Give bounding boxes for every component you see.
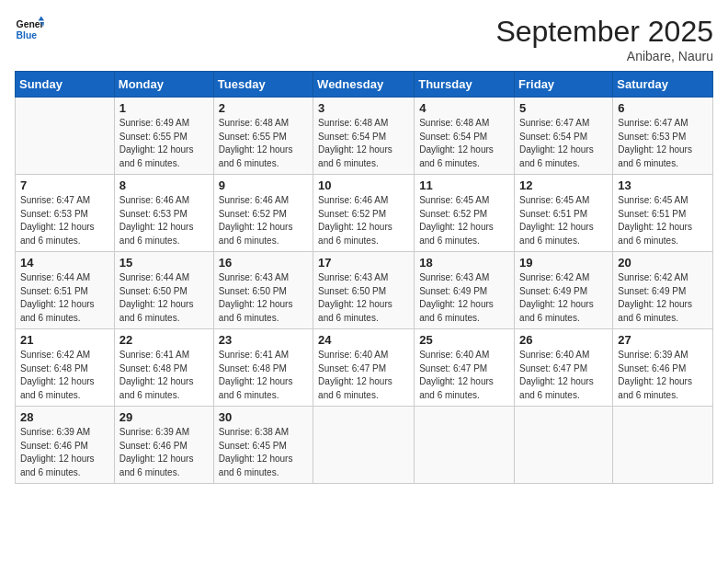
calendar-cell: 25Sunrise: 6:40 AM Sunset: 6:47 PM Dayli… [415, 329, 515, 407]
cell-info: Sunrise: 6:41 AM Sunset: 6:48 PM Dayligh… [219, 349, 308, 402]
day-number: 22 [119, 333, 209, 347]
day-number: 7 [20, 178, 109, 192]
cell-info: Sunrise: 6:47 AM Sunset: 6:53 PM Dayligh… [20, 194, 109, 247]
month-title: September 2025 [495, 15, 713, 49]
svg-marker-2 [39, 17, 44, 21]
day-number: 21 [20, 333, 109, 347]
day-number: 24 [318, 333, 409, 347]
col-header-saturday: Saturday [613, 72, 713, 98]
calendar-cell: 1Sunrise: 6:49 AM Sunset: 6:55 PM Daylig… [114, 98, 213, 175]
col-header-thursday: Thursday [415, 72, 515, 98]
calendar-cell: 14Sunrise: 6:44 AM Sunset: 6:51 PM Dayli… [16, 252, 115, 329]
calendar-cell: 5Sunrise: 6:47 AM Sunset: 6:54 PM Daylig… [515, 98, 613, 175]
day-number: 2 [219, 101, 308, 115]
cell-info: Sunrise: 6:43 AM Sunset: 6:49 PM Dayligh… [419, 271, 509, 325]
cell-info: Sunrise: 6:45 AM Sunset: 6:51 PM Dayligh… [618, 194, 708, 247]
cell-info: Sunrise: 6:45 AM Sunset: 6:52 PM Dayligh… [419, 194, 509, 247]
day-number: 20 [618, 256, 708, 270]
day-number: 6 [618, 101, 708, 115]
calendar-cell: 21Sunrise: 6:42 AM Sunset: 6:48 PM Dayli… [16, 329, 115, 407]
cell-info: Sunrise: 6:44 AM Sunset: 6:51 PM Dayligh… [20, 271, 109, 325]
calendar-cell: 6Sunrise: 6:47 AM Sunset: 6:53 PM Daylig… [613, 98, 713, 175]
cell-info: Sunrise: 6:43 AM Sunset: 6:50 PM Dayligh… [318, 271, 409, 325]
day-number: 19 [519, 256, 608, 270]
calendar-cell: 15Sunrise: 6:44 AM Sunset: 6:50 PM Dayli… [114, 252, 213, 329]
calendar-cell: 19Sunrise: 6:42 AM Sunset: 6:49 PM Dayli… [515, 252, 613, 329]
cell-info: Sunrise: 6:39 AM Sunset: 6:46 PM Dayligh… [20, 426, 109, 479]
cell-info: Sunrise: 6:39 AM Sunset: 6:46 PM Dayligh… [119, 426, 209, 479]
cell-info: Sunrise: 6:49 AM Sunset: 6:55 PM Dayligh… [119, 117, 209, 170]
calendar-cell: 26Sunrise: 6:40 AM Sunset: 6:47 PM Dayli… [515, 329, 613, 407]
col-header-sunday: Sunday [16, 72, 115, 98]
cell-info: Sunrise: 6:40 AM Sunset: 6:47 PM Dayligh… [318, 349, 409, 402]
col-header-friday: Friday [515, 72, 613, 98]
day-number: 29 [119, 410, 209, 424]
cell-info: Sunrise: 6:45 AM Sunset: 6:51 PM Dayligh… [519, 194, 608, 247]
day-number: 4 [419, 101, 509, 115]
svg-text:General: General [17, 19, 44, 29]
calendar-cell: 10Sunrise: 6:46 AM Sunset: 6:52 PM Dayli… [313, 175, 415, 252]
day-number: 25 [419, 333, 509, 347]
calendar-cell: 18Sunrise: 6:43 AM Sunset: 6:49 PM Dayli… [415, 252, 515, 329]
title-area: September 2025 Anibare, Nauru [495, 15, 713, 63]
calendar-cell: 11Sunrise: 6:45 AM Sunset: 6:52 PM Dayli… [415, 175, 515, 252]
cell-info: Sunrise: 6:40 AM Sunset: 6:47 PM Dayligh… [419, 349, 509, 402]
calendar-cell [16, 98, 115, 175]
day-number: 14 [20, 256, 109, 270]
day-number: 12 [519, 178, 608, 192]
cell-info: Sunrise: 6:46 AM Sunset: 6:52 PM Dayligh… [318, 194, 409, 247]
calendar-cell: 2Sunrise: 6:48 AM Sunset: 6:55 PM Daylig… [213, 98, 313, 175]
day-number: 10 [318, 178, 409, 192]
calendar-cell [515, 407, 613, 484]
cell-info: Sunrise: 6:40 AM Sunset: 6:47 PM Dayligh… [519, 349, 608, 402]
header-row: SundayMondayTuesdayWednesdayThursdayFrid… [16, 72, 713, 98]
cell-info: Sunrise: 6:44 AM Sunset: 6:50 PM Dayligh… [119, 271, 209, 325]
cell-info: Sunrise: 6:38 AM Sunset: 6:45 PM Dayligh… [219, 426, 308, 479]
cell-info: Sunrise: 6:48 AM Sunset: 6:54 PM Dayligh… [318, 117, 409, 170]
calendar-cell: 24Sunrise: 6:40 AM Sunset: 6:47 PM Dayli… [313, 329, 415, 407]
calendar-cell: 27Sunrise: 6:39 AM Sunset: 6:46 PM Dayli… [613, 329, 713, 407]
cell-info: Sunrise: 6:42 AM Sunset: 6:49 PM Dayligh… [618, 271, 708, 325]
calendar-cell: 28Sunrise: 6:39 AM Sunset: 6:46 PM Dayli… [16, 407, 115, 484]
cell-info: Sunrise: 6:47 AM Sunset: 6:54 PM Dayligh… [519, 117, 608, 170]
day-number: 18 [419, 256, 509, 270]
calendar-cell [415, 407, 515, 484]
calendar-cell: 16Sunrise: 6:43 AM Sunset: 6:50 PM Dayli… [213, 252, 313, 329]
col-header-monday: Monday [114, 72, 213, 98]
calendar-cell: 13Sunrise: 6:45 AM Sunset: 6:51 PM Dayli… [613, 175, 713, 252]
col-header-tuesday: Tuesday [213, 72, 313, 98]
day-number: 15 [119, 256, 209, 270]
day-number: 30 [219, 410, 308, 424]
day-number: 1 [119, 101, 209, 115]
day-number: 5 [519, 101, 608, 115]
day-number: 9 [219, 178, 308, 192]
calendar-cell: 7Sunrise: 6:47 AM Sunset: 6:53 PM Daylig… [16, 175, 115, 252]
cell-info: Sunrise: 6:43 AM Sunset: 6:50 PM Dayligh… [219, 271, 308, 325]
day-number: 3 [318, 101, 409, 115]
cell-info: Sunrise: 6:46 AM Sunset: 6:53 PM Dayligh… [119, 194, 209, 247]
day-number: 28 [20, 410, 109, 424]
day-number: 26 [519, 333, 608, 347]
week-row-5: 28Sunrise: 6:39 AM Sunset: 6:46 PM Dayli… [16, 407, 713, 484]
cell-info: Sunrise: 6:48 AM Sunset: 6:55 PM Dayligh… [219, 117, 308, 170]
calendar-cell [313, 407, 415, 484]
calendar-cell: 29Sunrise: 6:39 AM Sunset: 6:46 PM Dayli… [114, 407, 213, 484]
cell-info: Sunrise: 6:42 AM Sunset: 6:48 PM Dayligh… [20, 349, 109, 402]
day-number: 8 [119, 178, 209, 192]
location: Anibare, Nauru [495, 49, 713, 63]
header: General Blue September 2025 Anibare, Nau… [15, 15, 713, 63]
calendar-cell [613, 407, 713, 484]
calendar-cell: 8Sunrise: 6:46 AM Sunset: 6:53 PM Daylig… [114, 175, 213, 252]
col-header-wednesday: Wednesday [313, 72, 415, 98]
calendar-cell: 3Sunrise: 6:48 AM Sunset: 6:54 PM Daylig… [313, 98, 415, 175]
week-row-1: 1Sunrise: 6:49 AM Sunset: 6:55 PM Daylig… [16, 98, 713, 175]
calendar-cell: 22Sunrise: 6:41 AM Sunset: 6:48 PM Dayli… [114, 329, 213, 407]
svg-text:Blue: Blue [17, 30, 38, 40]
day-number: 16 [219, 256, 308, 270]
calendar-cell: 20Sunrise: 6:42 AM Sunset: 6:49 PM Dayli… [613, 252, 713, 329]
cell-info: Sunrise: 6:46 AM Sunset: 6:52 PM Dayligh… [219, 194, 308, 247]
week-row-3: 14Sunrise: 6:44 AM Sunset: 6:51 PM Dayli… [16, 252, 713, 329]
day-number: 17 [318, 256, 409, 270]
calendar-cell: 9Sunrise: 6:46 AM Sunset: 6:52 PM Daylig… [213, 175, 313, 252]
day-number: 13 [618, 178, 708, 192]
